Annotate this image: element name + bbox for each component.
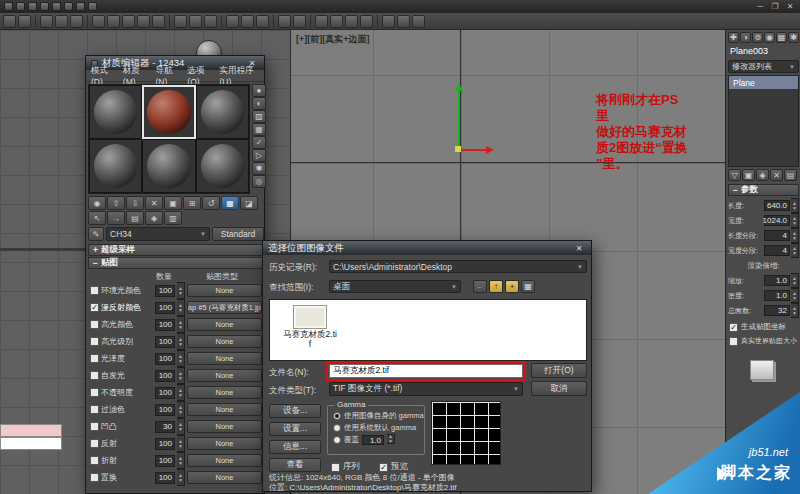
map-amount-spinner[interactable]: 30 — [155, 421, 175, 433]
workspace-icon[interactable] — [88, 2, 97, 11]
curve-editor-icon[interactable] — [330, 15, 343, 28]
video-color-check-icon[interactable]: ✓ — [252, 136, 266, 149]
devices-button[interactable]: 设备... — [269, 404, 321, 418]
map-enable-checkbox[interactable] — [90, 320, 99, 329]
maps-rollout[interactable]: − 贴图 — [88, 257, 264, 269]
spinner-arrows-icon[interactable] — [177, 469, 185, 486]
width-segs-spinner[interactable]: 4 — [764, 245, 790, 256]
map-amount-spinner[interactable]: 100 — [155, 336, 175, 348]
assign-material-to-selection-icon[interactable]: ⇩ — [126, 196, 144, 210]
map-enable-checkbox[interactable] — [90, 405, 99, 414]
map-amount-spinner[interactable]: 100 — [155, 472, 175, 484]
render-production-icon[interactable] — [412, 15, 425, 28]
gizmo-center-handle[interactable] — [455, 146, 461, 152]
mirror-icon[interactable] — [278, 15, 291, 28]
map-type-button[interactable]: None — [187, 437, 262, 450]
snap-toggle-icon[interactable] — [226, 15, 239, 28]
layer-manager-icon[interactable] — [315, 15, 328, 28]
view-button[interactable]: 查看 — [269, 458, 321, 472]
width-spinner[interactable]: 1024.0 — [764, 215, 790, 226]
map-enable-checkbox[interactable] — [90, 456, 99, 465]
material-name-dropdown[interactable]: CH34 — [106, 227, 210, 241]
map-type-button[interactable]: None — [187, 420, 262, 433]
history-dropdown[interactable]: C:\Users\Administrator\Desktop — [329, 260, 587, 273]
app-logo-icon[interactable] — [4, 2, 13, 11]
map-enable-checkbox[interactable] — [90, 354, 99, 363]
back-icon[interactable] — [473, 280, 487, 293]
align-icon[interactable] — [293, 15, 306, 28]
map-enable-checkbox[interactable] — [90, 388, 99, 397]
undo-icon[interactable] — [3, 15, 16, 28]
gizmo-x-axis[interactable] — [460, 149, 486, 151]
close-icon[interactable] — [784, 2, 796, 11]
sample-tiling-icon[interactable]: ▦ — [252, 123, 266, 136]
generate-mapping-checkbox[interactable] — [729, 323, 738, 332]
create-new-folder-icon[interactable] — [505, 280, 519, 293]
length-segs-spinner[interactable]: 4 — [764, 230, 790, 241]
density-spinner[interactable]: 1.0 — [764, 290, 790, 301]
map-type-button[interactable]: None — [187, 471, 262, 484]
material-slot[interactable] — [196, 139, 249, 193]
pick-material-icon[interactable] — [88, 227, 104, 241]
up-one-level-icon[interactable] — [489, 280, 503, 293]
object-name[interactable]: Plane003 — [730, 46, 768, 56]
redo-icon[interactable] — [64, 2, 73, 11]
material-editor-icon[interactable] — [360, 15, 373, 28]
filename-input[interactable]: 马赛克材质2.tif — [329, 364, 523, 378]
maxscript-listener-white[interactable] — [0, 437, 62, 450]
map-amount-spinner[interactable]: 100 — [155, 370, 175, 382]
get-material-icon[interactable]: ◉ — [88, 196, 106, 210]
sequence-checkbox[interactable] — [331, 463, 340, 472]
gamma-override-spinner[interactable]: 1.0 — [362, 435, 384, 445]
spinner-arrows-icon[interactable] — [177, 384, 185, 401]
angle-snap-icon[interactable] — [241, 15, 254, 28]
map-enable-checkbox[interactable] — [90, 371, 99, 380]
map-type-button[interactable]: None — [187, 284, 262, 297]
real-world-map-checkbox[interactable] — [729, 337, 738, 346]
select-region-icon[interactable] — [137, 15, 150, 28]
map-type-button[interactable]: None — [187, 386, 262, 399]
hierarchy-tab-icon[interactable]: ⊚ — [752, 32, 763, 43]
spinner-arrows-icon[interactable] — [791, 288, 799, 303]
select-move-icon[interactable] — [174, 15, 187, 28]
spinner-arrows-icon[interactable] — [791, 198, 799, 213]
spinner-arrows-icon[interactable] — [177, 333, 185, 350]
motion-tab-icon[interactable]: ◉ — [764, 32, 775, 43]
new-scene-icon[interactable] — [16, 2, 25, 11]
view-menu-icon[interactable] — [521, 280, 535, 293]
modify-tab-icon[interactable]: ◑ — [740, 32, 751, 43]
undo-icon[interactable] — [52, 2, 61, 11]
map-enable-checkbox[interactable] — [90, 303, 99, 312]
stack-item-plane[interactable]: Plane — [729, 76, 798, 89]
map-enable-checkbox[interactable] — [90, 439, 99, 448]
spinner-arrows-icon[interactable] — [177, 367, 185, 384]
spinner-arrows-icon[interactable] — [177, 316, 185, 333]
minimize-icon[interactable] — [754, 2, 766, 11]
length-spinner[interactable]: 640.0 — [764, 200, 790, 211]
select-rotate-icon[interactable] — [189, 15, 202, 28]
map-enable-checkbox[interactable] — [90, 286, 99, 295]
map-amount-spinner[interactable]: 100 — [155, 302, 175, 314]
sample-uv-tiling-icon[interactable]: ▤ — [126, 211, 144, 225]
put-material-to-scene-icon[interactable]: ⇧ — [107, 196, 125, 210]
configure-modifier-sets-icon[interactable]: ▤ — [784, 169, 797, 181]
show-end-result-icon[interactable]: ▣ — [742, 169, 755, 181]
close-icon[interactable] — [572, 244, 586, 253]
material-map-navigator-icon[interactable]: ◈ — [145, 211, 163, 225]
save-file-icon[interactable] — [40, 2, 49, 11]
display-tab-icon[interactable]: ▦ — [776, 32, 787, 43]
select-by-material-icon[interactable]: ◎ — [252, 175, 266, 188]
select-scale-icon[interactable] — [204, 15, 217, 28]
map-amount-spinner[interactable]: 100 — [155, 319, 175, 331]
gamma-override-radio[interactable] — [333, 436, 341, 444]
maximize-icon[interactable] — [769, 2, 781, 11]
spinner-arrows-icon[interactable] — [791, 213, 799, 228]
open-button[interactable]: 打开(O) — [531, 363, 587, 378]
show-map-in-viewport-icon[interactable]: ▦ — [221, 196, 239, 210]
dialog-titlebar[interactable]: 选择位图图像文件 — [263, 241, 591, 255]
selection-filter-icon[interactable] — [92, 15, 105, 28]
setup-button[interactable]: 设置... — [269, 422, 321, 436]
spinner-arrows-icon[interactable] — [177, 452, 185, 469]
map-enable-checkbox[interactable] — [90, 473, 99, 482]
material-type-button[interactable]: Standard — [212, 227, 264, 241]
